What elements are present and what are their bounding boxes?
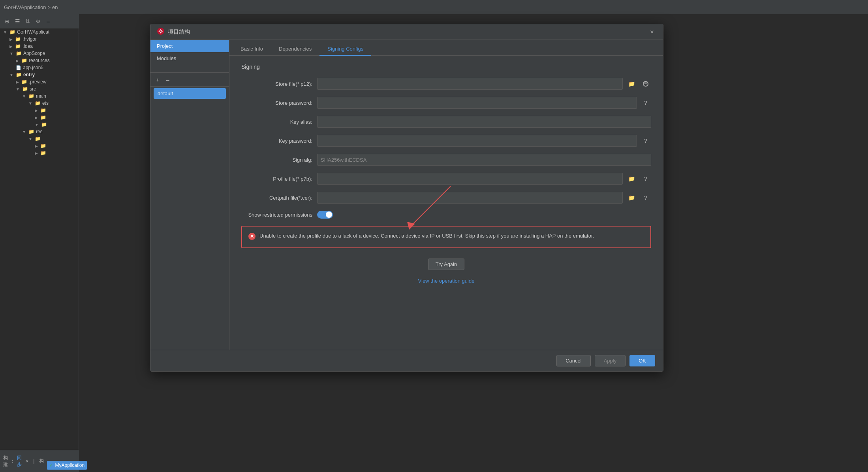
align-icon[interactable]: ☰: [13, 17, 21, 25]
profile-file-input[interactable]: [317, 173, 623, 185]
profile-file-label: Profile file(*.p7b):: [241, 176, 312, 182]
sign-alg-label: Sign alg:: [241, 157, 312, 163]
tree-item-entry[interactable]: ▼ 📁 entry: [0, 71, 79, 78]
dialog-body: Project Modules + – default Basic Info D…: [150, 40, 663, 350]
tree-item-appjson[interactable]: 📄 app.json5: [0, 64, 79, 71]
store-file-fingerprint-button[interactable]: [640, 78, 651, 89]
title-bar: GorHWApplication > en: [0, 0, 868, 14]
folder-icon: 📁: [9, 29, 15, 35]
tree-item-ets-sub1[interactable]: ▶ 📁: [0, 107, 79, 114]
folder-icon: 📁: [22, 86, 28, 92]
tree-item-res-sub2[interactable]: ▶ 📁: [0, 142, 79, 149]
profile-file-folder-button[interactable]: 📁: [626, 173, 637, 184]
apply-button[interactable]: Apply: [595, 355, 626, 366]
arrow-icon: ▼: [9, 73, 13, 77]
构建-label: 构: [39, 458, 44, 464]
folder-icon: 📁: [15, 43, 21, 49]
store-file-input-wrapper: 📁: [317, 78, 651, 90]
toggle-thumb: [326, 211, 332, 218]
tree-item-resources[interactable]: ▶ 📁 resources: [0, 57, 79, 64]
key-password-help-button[interactable]: ?: [640, 135, 651, 146]
store-file-label: Store file(*.p12):: [241, 81, 312, 87]
key-alias-input-wrapper: [317, 116, 651, 128]
close-button[interactable]: ×: [647, 27, 657, 37]
folder-icon: 📁: [28, 93, 34, 99]
tree-item-ets[interactable]: ▼ 📁 ets: [0, 100, 79, 107]
store-file-input[interactable]: [317, 78, 623, 90]
tree-item-res-sub3[interactable]: ▶ 📁: [0, 149, 79, 157]
arrow-icon: ▶: [9, 37, 13, 42]
certpath-file-label: Certpath file(*.cer):: [241, 195, 312, 201]
dialog-right-panel: Basic Info Dependencies Signing Configs …: [229, 40, 663, 350]
tab-basic-info[interactable]: Basic Info: [233, 43, 271, 56]
sign-alg-row: Sign alg: SHA256withECDSA: [241, 154, 651, 166]
tree-item-idea[interactable]: ▶ 📁 .idea: [0, 43, 79, 50]
profile-file-help-button[interactable]: ?: [640, 173, 651, 184]
tab-bar: Basic Info Dependencies Signing Configs: [229, 40, 663, 56]
folder-icon: 📁: [40, 150, 46, 156]
certpath-file-input-wrapper: 📁 ?: [317, 192, 651, 204]
key-alias-input[interactable]: [317, 116, 651, 128]
tree-item-res-sub1[interactable]: ▼ 📁: [0, 135, 79, 142]
tree-item-res[interactable]: ▼ 📁 res: [0, 128, 79, 135]
store-password-input[interactable]: [317, 97, 637, 109]
show-restricted-row: Show restricted permissions: [241, 211, 651, 219]
tree-item-src[interactable]: ▼ 📁 src: [0, 85, 79, 93]
tree-item-root[interactable]: ▼ 📁 GorHWApplicat: [0, 28, 79, 36]
key-password-input[interactable]: [317, 135, 637, 147]
dialog-titlebar: 项目结构 ×: [150, 24, 663, 40]
tree-item-main[interactable]: ▼ 📁 main: [0, 93, 79, 100]
red-arrow-svg: [380, 178, 458, 234]
tree-item-appscope[interactable]: ▼ 📁 AppScope: [0, 50, 79, 57]
folder-icon: 📁: [16, 72, 22, 77]
try-again-button[interactable]: Try Again: [428, 259, 464, 270]
store-file-folder-button[interactable]: 📁: [626, 78, 637, 89]
arrow-icon: ▼: [28, 137, 32, 141]
certpath-file-input[interactable]: [317, 192, 623, 204]
cancel-button[interactable]: Cancel: [556, 355, 590, 366]
tree-label: .preview: [29, 79, 47, 85]
my-application-item[interactable]: ✓ MyApplication: [47, 461, 87, 470]
operation-guide-link[interactable]: View the operation guide: [418, 278, 475, 284]
sync-close[interactable]: ×: [26, 459, 28, 464]
store-password-label: Store password:: [241, 100, 312, 106]
tab-dependencies[interactable]: Dependencies: [271, 43, 319, 56]
tree-label: main: [36, 93, 46, 99]
nav-item-project[interactable]: Project: [150, 40, 229, 52]
certpath-file-folder-button[interactable]: 📁: [626, 192, 637, 203]
toggle-track[interactable]: [317, 211, 333, 219]
folder-icon: 📁: [16, 51, 22, 56]
settings-icon[interactable]: ⚙: [34, 17, 42, 25]
sign-alg-value: SHA256withECDSA: [317, 154, 651, 166]
nav-item-modules[interactable]: Modules: [150, 52, 229, 64]
config-item-default[interactable]: default: [154, 88, 226, 99]
sort-icon[interactable]: ⇅: [24, 17, 32, 25]
dialog-content: Signing Store file(*.p12): 📁: [229, 56, 663, 350]
certpath-file-help-button[interactable]: ?: [640, 192, 651, 203]
folder-icon: 📁: [40, 115, 46, 120]
show-restricted-input-wrapper: [317, 211, 651, 219]
certpath-file-row: Certpath file(*.cer): 📁 ?: [241, 192, 651, 204]
minus-icon[interactable]: –: [44, 17, 52, 25]
svg-point-0: [157, 28, 164, 35]
tree-label: .hvigor: [23, 36, 37, 42]
arrow-icon: ▼: [22, 130, 26, 134]
signing-section-title: Signing: [241, 64, 651, 70]
store-password-help-button[interactable]: ?: [640, 97, 651, 108]
remove-config-button[interactable]: –: [164, 76, 172, 84]
tree-item-hvigor[interactable]: ▶ 📁 .hvigor: [0, 36, 79, 43]
tree-item-preview[interactable]: ▶ 📁 .preview: [0, 78, 79, 85]
tab-signing-configs[interactable]: Signing Configs: [319, 43, 371, 56]
tree-item-ets-sub2[interactable]: ▶ 📁: [0, 114, 79, 121]
store-password-row: Store password: ?: [241, 97, 651, 109]
globe-icon[interactable]: ⊕: [3, 17, 11, 25]
bottom-bar: 构建 : 同步 × | 构 ✓ MyApplication: [0, 450, 79, 472]
add-config-button[interactable]: +: [154, 76, 162, 84]
toggle-switch[interactable]: [317, 211, 333, 219]
app-label: MyApplication: [55, 463, 85, 468]
file-icon: 📄: [16, 65, 21, 70]
tree-label: entry: [23, 72, 35, 77]
ok-button[interactable]: OK: [629, 355, 655, 366]
sync-label[interactable]: 同步: [17, 455, 22, 468]
tree-item-ets-sub3[interactable]: ▼ 📁: [0, 121, 79, 128]
